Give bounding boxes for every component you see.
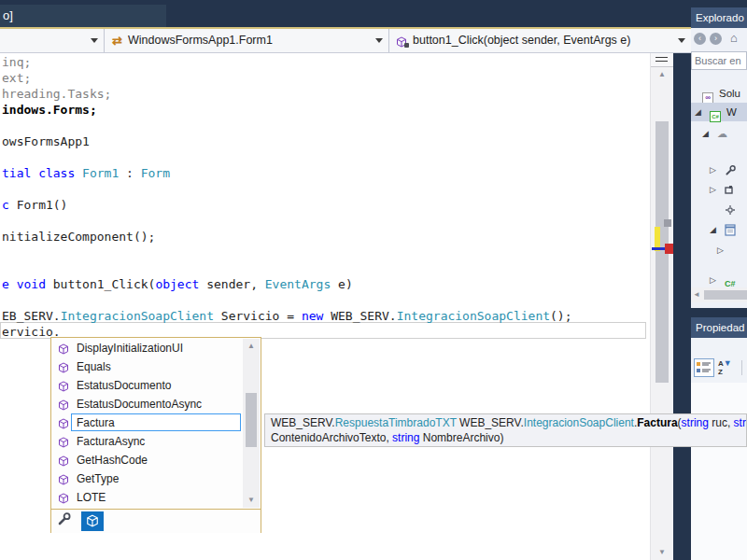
tooltip-line2: ContenidoArchivoTexto, string NombreArch…	[271, 430, 740, 445]
completion-item[interactable]: EstatusDocumento	[51, 376, 238, 395]
completion-item[interactable]: Equals	[51, 357, 238, 376]
completion-label: FacturaAsync	[77, 432, 145, 451]
method-icon	[58, 398, 69, 414]
code-line: hreading.Tasks;	[2, 86, 111, 102]
tooltip-token: WEB_SERV.	[271, 416, 335, 429]
methods-filter-button[interactable]	[81, 511, 104, 531]
method-icon	[58, 491, 69, 508]
method-icon	[58, 435, 69, 452]
expander-collapsed-icon[interactable]: ▷	[710, 180, 716, 199]
navigation-bar: ⇄ WindowsFormsApp1.Form1 button1_Click(o…	[0, 29, 691, 53]
scroll-down-arrow[interactable]: ▼	[243, 495, 260, 506]
completion-item[interactable]: EstatusDocumentoAsync	[51, 395, 238, 413]
code-line: EB_SERV.IntegracionSoapClient Servicio =…	[2, 308, 572, 324]
completion-item[interactable]: GetHashCode	[51, 451, 238, 469]
cloud-icon: ☁	[717, 124, 727, 143]
tree-item-form1[interactable]: ◢	[691, 220, 747, 239]
completion-item-selected[interactable]: Factura	[51, 413, 238, 432]
scrollbar-marker	[664, 219, 671, 227]
code-token: IntegracionSoapClient	[397, 309, 550, 323]
code-token: hreading.Tasks;	[2, 87, 111, 101]
tree-item-connected-services[interactable]: ◢ ☁	[691, 124, 747, 143]
code-token: e)	[338, 277, 353, 291]
csharp-project-icon: C#	[710, 105, 721, 124]
explorer-search-input[interactable]: Buscar en	[691, 51, 747, 70]
code-token: Form1	[82, 166, 126, 180]
back-button[interactable]: ‹	[694, 33, 706, 45]
properties-header[interactable]: Propiedad	[691, 317, 747, 338]
member-dropdown[interactable]: button1_Click(object sender, EventArgs e…	[389, 29, 691, 52]
properties-filter-button[interactable]	[57, 511, 79, 531]
type-dropdown[interactable]: ⇄ WindowsFormsApp1.Form1	[105, 29, 389, 52]
editor-vertical-scrollbar[interactable]: ▲ ▼	[650, 53, 673, 560]
code-token: EB_SERV.	[2, 309, 61, 323]
code-line: inq;	[2, 54, 31, 70]
code-token: nitializeComponent();	[2, 230, 155, 244]
expander-collapsed-icon[interactable]: ▷	[717, 241, 724, 259]
tree-item-references[interactable]: ▷	[691, 180, 747, 199]
completion-item[interactable]: GetType	[51, 469, 238, 488]
completion-item[interactable]: FacturaAsync	[51, 432, 238, 451]
expander-collapsed-icon[interactable]: ▷	[710, 271, 716, 289]
completion-item[interactable]: DisplayInitializationUI	[51, 339, 238, 357]
scrollbar-thumb[interactable]	[704, 290, 747, 300]
method-icon	[58, 416, 69, 433]
expander-expanded-icon[interactable]: ◢	[702, 124, 709, 143]
completion-label: GetHashCode	[77, 451, 148, 469]
splitter-handle[interactable]	[651, 53, 673, 67]
code-token: Form1()	[17, 198, 68, 212]
code-token: owsFormsApp1	[2, 134, 90, 148]
code-line: c Form1()	[2, 197, 67, 213]
tree-item-properties[interactable]: ▷	[691, 161, 747, 179]
tree-item-project[interactable]: ◢ C# W	[691, 103, 747, 121]
references-icon	[725, 183, 736, 202]
categorized-button[interactable]	[694, 358, 714, 377]
explorer-horizontal-scrollbar[interactable]: ◄	[691, 287, 747, 302]
code-token: ();	[550, 309, 571, 323]
code-token: EventArgs	[265, 277, 338, 291]
code-line: nitializeComponent();	[2, 229, 155, 245]
expander-expanded-icon[interactable]: ◢	[695, 103, 701, 121]
tooltip-token: string	[392, 431, 419, 444]
scrollbar-thumb[interactable]	[246, 393, 257, 447]
chevron-down-icon	[678, 38, 685, 43]
expander-collapsed-icon[interactable]: ▷	[710, 161, 716, 179]
alphabetical-sort-button[interactable]: A▼Z	[718, 358, 739, 377]
tree-item-form1-child[interactable]: ▷	[691, 241, 747, 259]
code-token: e void	[2, 277, 53, 291]
tooltip-token: string	[682, 416, 709, 429]
tree-item-label: W	[726, 103, 737, 121]
code-token: indows.Forms;	[2, 103, 97, 117]
scroll-left-arrow[interactable]: ◄	[693, 287, 700, 302]
method-icon	[58, 379, 69, 396]
intellisense-scrollbar[interactable]: ▲ ▼	[243, 339, 260, 508]
scroll-up-arrow[interactable]: ▲	[243, 341, 260, 352]
method-icon	[58, 472, 69, 489]
completion-item[interactable]: LOTE	[51, 488, 238, 507]
tree-item-app-config[interactable]	[691, 200, 747, 218]
toolbar-separator	[741, 360, 742, 375]
code-line: owsFormsApp1	[2, 133, 90, 149]
tree-item-solution[interactable]: ∞ Solu	[691, 84, 747, 103]
chevron-down-icon	[91, 38, 98, 43]
code-token: sender,	[206, 277, 265, 291]
scroll-down-arrow[interactable]: ▼	[651, 547, 673, 558]
tree-item-program[interactable]: ▷ C#	[691, 271, 747, 289]
tooltip-token: string	[734, 416, 747, 429]
expander-expanded-icon[interactable]: ◢	[710, 220, 716, 239]
wrench-icon	[725, 163, 737, 182]
code-line: e void button1_Click(object sender, Even…	[2, 276, 353, 292]
home-icon[interactable]: ⌂	[730, 31, 738, 45]
properties-grid[interactable]	[691, 383, 747, 560]
form-file-icon	[725, 223, 736, 242]
scroll-up-arrow[interactable]: ▲	[651, 69, 673, 80]
document-tab[interactable]: o]	[0, 5, 166, 27]
tree-item-label: Solu	[719, 84, 740, 103]
project-dropdown[interactable]	[0, 29, 105, 52]
tooltip-token: NombreArchivo)	[419, 431, 503, 444]
explorer-search-placeholder: Buscar en	[695, 55, 741, 66]
chevron-down-icon	[375, 38, 383, 43]
solution-explorer-header[interactable]: Explorado	[691, 7, 747, 28]
forward-button[interactable]: ›	[710, 33, 722, 45]
completion-label: LOTE	[77, 488, 106, 507]
